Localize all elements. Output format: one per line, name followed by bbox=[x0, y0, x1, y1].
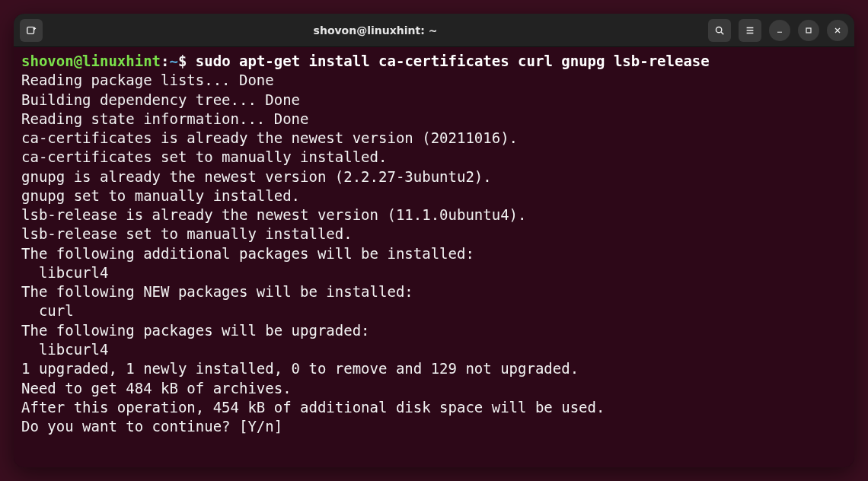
output-line: The following NEW packages will be insta… bbox=[21, 283, 413, 300]
output-line: Reading package lists... Done bbox=[21, 72, 274, 88]
output-line: Building dependency tree... Done bbox=[21, 91, 300, 108]
output-line: After this operation, 454 kB of addition… bbox=[21, 399, 605, 416]
close-button[interactable] bbox=[827, 20, 848, 41]
svg-line-4 bbox=[721, 32, 723, 34]
output-line: gnupg set to manually installed. bbox=[21, 187, 300, 204]
minimize-icon bbox=[775, 26, 784, 35]
prompt-colon: : bbox=[161, 53, 169, 69]
prompt-user-host: shovon@linuxhint bbox=[21, 53, 161, 69]
maximize-icon bbox=[804, 26, 813, 35]
output-line: lsb-release set to manually installed. bbox=[21, 225, 353, 242]
command-text: sudo apt-get install ca-certificates cur… bbox=[196, 53, 710, 69]
window-title: shovon@linuxhint: ~ bbox=[47, 24, 704, 37]
output-line: The following packages will be upgraded: bbox=[21, 322, 370, 339]
output-line: curl bbox=[21, 302, 74, 319]
search-icon bbox=[714, 25, 725, 36]
terminal-body[interactable]: shovon@linuxhint:~$ sudo apt-get install… bbox=[14, 47, 854, 467]
terminal-window: shovon@linuxhint: ~ bbox=[14, 14, 854, 467]
output-line: libcurl4 bbox=[21, 341, 108, 358]
output-line: libcurl4 bbox=[21, 264, 108, 281]
minimize-button[interactable] bbox=[769, 20, 790, 41]
new-tab-icon bbox=[26, 25, 37, 36]
maximize-button[interactable] bbox=[798, 20, 819, 41]
output-line: gnupg is already the newest version (2.2… bbox=[21, 168, 492, 185]
close-icon bbox=[833, 26, 842, 35]
menu-button[interactable] bbox=[739, 19, 761, 42]
output-line: ca-certificates set to manually installe… bbox=[21, 148, 387, 165]
prompt-dollar: $ bbox=[178, 53, 187, 69]
output-line: ca-certificates is already the newest ve… bbox=[21, 129, 518, 146]
svg-point-3 bbox=[716, 27, 721, 32]
hamburger-icon bbox=[745, 25, 755, 36]
prompt-path: ~ bbox=[169, 53, 177, 69]
output-line: Need to get 484 kB of archives. bbox=[21, 380, 292, 397]
output-line: Do you want to continue? [Y/n] bbox=[21, 418, 282, 435]
output-line: Reading state information... Done bbox=[21, 110, 309, 127]
new-tab-button[interactable] bbox=[20, 19, 43, 42]
svg-rect-9 bbox=[806, 28, 811, 33]
output-line: 1 upgraded, 1 newly installed, 0 to remo… bbox=[21, 360, 579, 377]
search-button[interactable] bbox=[708, 19, 731, 42]
output-line: The following additional packages will b… bbox=[21, 245, 474, 262]
svg-rect-0 bbox=[27, 27, 34, 33]
titlebar: shovon@linuxhint: ~ bbox=[14, 14, 854, 47]
output-line: lsb-release is already the newest versio… bbox=[21, 206, 526, 223]
